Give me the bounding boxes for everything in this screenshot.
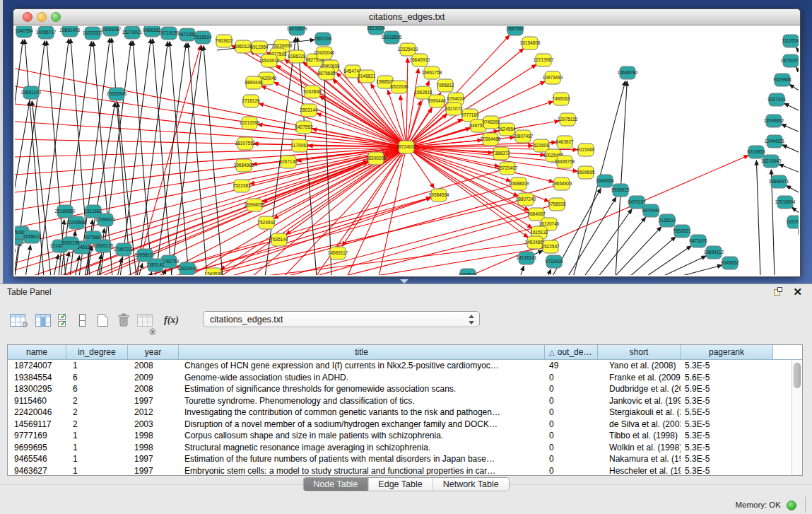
table-row[interactable]: 1456911722003Disruption of a novel membe… [8,419,802,431]
graph-node-yellow[interactable]: 10688609 [509,177,529,190]
column-header-out_degree[interactable]: △out_de… [545,345,598,360]
graph-node-teal[interactable]: 12923448 [177,262,198,275]
citation-edge-black[interactable] [520,266,524,275]
graph-node-teal[interactable]: 1640954 [596,175,614,187]
citation-edge-black[interactable] [298,37,317,275]
citation-edge-red[interactable] [258,124,406,147]
graph-node-yellow[interactable]: 7386372 [492,147,510,160]
citation-network-graph[interactable]: 1872400779638228960128891295423226058982… [15,26,799,275]
graph-node-yellow[interactable]: 8522036 [390,81,408,93]
show-column-button[interactable] [35,310,51,331]
tab-node-table[interactable]: Node Table [303,478,368,491]
cell-title[interactable]: Investigating the contribution of common… [179,407,545,419]
function-builder-button[interactable]: f(x) [164,310,179,331]
cell-title[interactable]: Tourette syndrome. Phenomenology and cla… [179,395,545,407]
graph-node-teal[interactable]: 9733426 [545,255,563,268]
cell-name[interactable]: 19384554 [8,372,66,384]
cell-name[interactable]: 18724007 [8,360,66,372]
cell-short[interactable]: Stergiakouli et al. (2012) [598,407,681,419]
cell-short[interactable]: de Silva et al. (2003) [598,419,681,431]
new-table-button[interactable] [98,310,108,331]
table-row[interactable]: 1830029562008Estimation of significance … [8,383,802,395]
cell-pagerank[interactable]: 5.3E-5 [681,395,773,407]
cell-pagerank[interactable]: 5.6E-5 [681,372,773,384]
graph-node-yellow[interactable]: 19384554 [429,189,449,201]
graph-node-yellow[interactable]: 16640910 [410,54,430,66]
graph-node-yellow[interactable]: 9146821 [358,70,376,83]
cell-out_degree[interactable]: 0 [545,383,598,395]
tab-edge-table[interactable]: Edge Table [368,478,433,491]
row-mode-button[interactable] [79,310,86,331]
table-row[interactable]: 969969511998Structural magnetic resonanc… [8,442,802,454]
citation-edge-black[interactable] [796,47,799,52]
graph-node-yellow[interactable]: 12213399 [240,117,260,129]
graph-node-teal[interactable]: 20651100 [21,86,42,99]
graph-node-teal[interactable]: 8813054 [367,26,385,35]
citation-edge-black[interactable] [661,256,706,275]
select-columns-button[interactable]: ✓ ✓ [58,310,69,331]
scrollbar-thumb[interactable] [794,363,801,388]
graph-node-teal[interactable]: 9329966 [773,74,792,86]
cell-title[interactable]: Changes of HCN gene expression and I(f) … [179,360,545,372]
column-header-pagerank[interactable]: pagerank [681,345,773,360]
cell-pagerank[interactable]: 5.3E-5 [681,453,773,465]
cell-in_degree[interactable]: 1 [66,453,128,465]
cell-title[interactable]: Embryonic stem cells: a model to study s… [179,465,545,477]
cell-year[interactable]: 1998 [128,442,179,454]
cell-in_degree[interactable]: 2 [66,395,128,407]
graph-node-teal[interactable]: 1167533 [787,216,799,228]
cell-pagerank[interactable]: 5.3E-5 [681,442,773,454]
cell-title[interactable]: Genome-wide association studies in ADHD. [179,372,545,384]
graph-node-yellow[interactable]: 1621072 [445,103,463,115]
graph-node-yellow[interactable]: 1170061 [291,139,309,152]
graph-node-teal[interactable]: 9227343 [767,93,786,106]
cell-out_degree[interactable]: 0 [545,442,598,454]
citation-edge-black[interactable] [25,245,30,275]
citation-edge-black[interactable] [789,84,799,91]
cell-name[interactable]: 22420046 [8,407,66,419]
network-canvas[interactable]: 1872400779638228960128891295423226058982… [15,26,799,275]
graph-node-yellow[interactable]: 9115460 [577,144,595,156]
cell-year[interactable]: 2012 [128,407,179,419]
cell-title[interactable]: Corpus callosum shape and size in male p… [179,430,545,442]
tab-network-table[interactable]: Network Table [433,478,509,491]
float-panel-icon[interactable] [774,287,784,297]
graph-node-teal[interactable]: 2383141 [146,259,165,271]
graph-node-teal[interactable]: 5905195 [61,237,80,250]
cell-year[interactable]: 1998 [128,430,179,442]
citation-edge-black[interactable] [15,241,20,275]
cell-out_degree[interactable]: 0 [545,453,598,465]
graph-node-teal[interactable]: 12444151 [765,135,785,148]
cell-year[interactable]: 2008 [128,360,179,372]
cell-out_degree[interactable]: 0 [545,372,598,384]
cell-name[interactable]: 14569117 [8,419,66,431]
graph-node-yellow[interactable]: 7955812 [436,79,454,92]
table-row[interactable]: 977716911998Corpus callosum shape and si… [8,430,802,442]
column-header-name[interactable]: name [8,345,66,360]
graph-node-yellow[interactable]: 9875685 [317,67,336,80]
graph-node-yellow[interactable]: 16543912 [259,54,280,67]
cell-year[interactable]: 2009 [128,372,179,384]
citation-edge-black[interactable] [548,269,551,275]
graph-node-teal[interactable]: 2887682 [506,26,524,35]
cell-pagerank[interactable]: 5.3E-5 [681,360,773,372]
graph-node-yellow[interactable]: 9990448 [428,95,446,107]
citation-edge-red[interactable] [259,103,406,147]
graph-node-yellow[interactable]: 16154808 [520,37,541,49]
graph-node-teal[interactable]: 17957223 [114,243,134,256]
graph-node-teal[interactable]: 9474444 [642,204,660,217]
graph-node-teal[interactable]: 12093832 [764,115,784,127]
graph-node-teal[interactable]: 8215953 [747,146,765,158]
column-header-title[interactable]: title [179,345,545,360]
citation-edge-red[interactable] [340,224,549,275]
citation-edge-black[interactable] [645,246,691,275]
cell-name[interactable]: 18300295 [8,383,66,395]
cell-name[interactable]: 9463627 [8,465,66,477]
graph-node-yellow[interactable]: 14569117 [328,247,348,259]
graph-node-yellow[interactable]: 7522381 [233,180,251,192]
citation-edge-black[interactable] [784,103,799,111]
graph-node-yellow[interactable]: 10973493 [543,71,563,84]
column-header-short[interactable]: short [598,345,681,360]
graph-node-teal[interactable]: 16210643 [761,155,782,168]
graph-node-teal[interactable]: 10653287 [101,26,122,36]
